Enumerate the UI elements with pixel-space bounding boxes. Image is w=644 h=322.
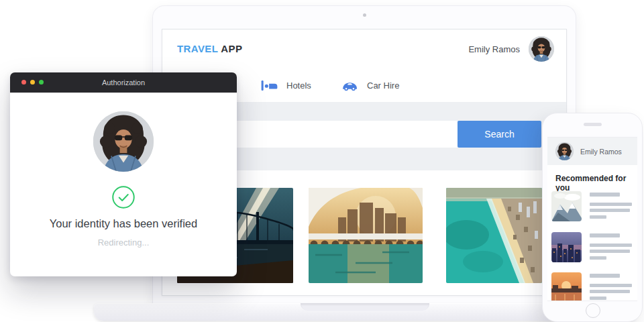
thumbnail-sunset-river <box>551 272 582 301</box>
zoom-button[interactable] <box>39 80 44 85</box>
section-title: Recommended for you <box>555 174 637 193</box>
window-controls <box>21 80 44 85</box>
thumbnail-city-dusk <box>551 232 582 262</box>
tab-hotels-label: Hotels <box>286 80 311 91</box>
tab-hotels[interactable]: Hotels <box>261 68 311 102</box>
phone-user-header[interactable]: Emily Ramos <box>547 138 637 165</box>
app-logo-app: APP <box>221 43 242 54</box>
tab-car-hire[interactable]: Car Hire <box>341 68 399 102</box>
verification-message: Your identity has been verified <box>10 217 237 230</box>
bed-icon <box>261 79 278 92</box>
app-logo-travel: TRAVEL <box>177 43 218 54</box>
check-icon <box>111 185 136 209</box>
avatar <box>555 142 574 160</box>
app-logo: TRAVELAPP <box>177 30 242 68</box>
phone-user-name: Emily Ramos <box>580 148 622 156</box>
avatar <box>93 111 154 172</box>
placeholder-text-lines <box>590 232 632 262</box>
close-button[interactable] <box>21 80 26 85</box>
dialog-title: Authorization <box>10 72 237 93</box>
tab-car-hire-label: Car Hire <box>367 80 399 91</box>
placeholder-text-lines <box>590 191 632 221</box>
home-button[interactable] <box>586 303 600 318</box>
phone-speaker <box>584 123 602 126</box>
app-header: TRAVELAPP Emily Ramos <box>162 30 566 68</box>
phone-mockup: Emily Ramos Recommended for you <box>542 113 643 322</box>
thumbnail-mountains <box>551 191 582 221</box>
user-menu[interactable]: Emily Ramos <box>468 30 554 68</box>
placeholder-text-lines <box>590 272 632 301</box>
authorization-dialog: Authorization Your identity has been ver… <box>10 72 237 276</box>
phone-screen: Emily Ramos Recommended for you <box>547 137 637 301</box>
search-button[interactable]: Search <box>458 121 541 148</box>
user-name: Emily Ramos <box>468 44 520 54</box>
gallery-image-aerial-beach-city[interactable] <box>446 188 542 283</box>
list-item[interactable] <box>551 232 633 262</box>
webcam-dot <box>363 13 366 17</box>
list-item[interactable] <box>551 272 633 301</box>
dialog-titlebar: Authorization <box>10 72 237 93</box>
avatar[interactable] <box>529 36 554 62</box>
marketing-composite: TRAVELAPP Emily Ramos <box>0 0 644 322</box>
list-item[interactable] <box>551 191 633 221</box>
minimize-button[interactable] <box>30 80 35 85</box>
redirect-status: Redirecting... <box>10 237 237 248</box>
gallery-image-city-arch-reflection[interactable] <box>309 188 423 283</box>
laptop-base-notch <box>301 303 429 311</box>
car-icon <box>341 79 358 91</box>
